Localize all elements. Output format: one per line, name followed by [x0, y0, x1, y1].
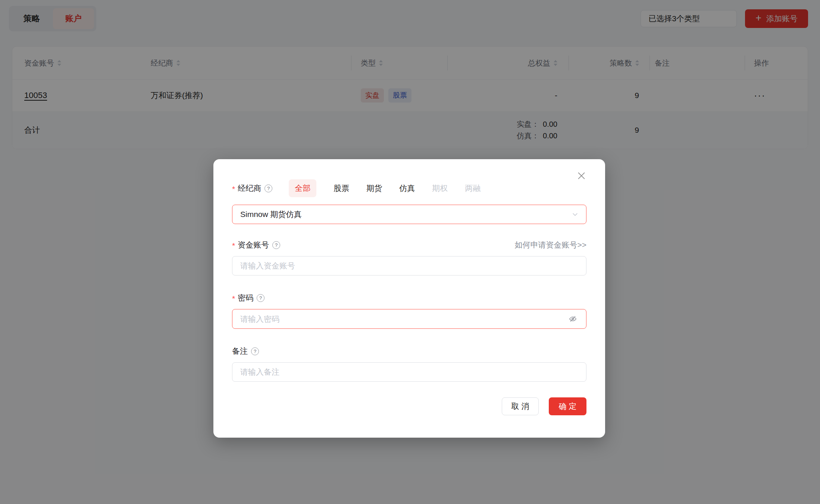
- broker-select[interactable]: Simnow 期货仿真: [232, 205, 586, 224]
- broker-field-row: * 经纪商 ? 全部 股票 期货 仿真 期权 两融: [232, 179, 586, 197]
- required-mark: *: [232, 294, 235, 303]
- question-circle-icon[interactable]: ?: [251, 347, 259, 355]
- eye-invisible-icon[interactable]: [567, 314, 578, 325]
- broker-tab-margin: 两融: [465, 183, 481, 193]
- close-icon[interactable]: [574, 168, 589, 183]
- apply-account-link[interactable]: 如何申请资金账号>>: [514, 240, 586, 250]
- broker-label: * 经纪商 ?: [232, 183, 272, 193]
- required-mark: *: [232, 241, 235, 250]
- password-field-label-row: * 密码 ?: [232, 292, 586, 304]
- remark-input[interactable]: [240, 368, 578, 377]
- required-mark: *: [232, 185, 235, 193]
- modal-footer: 取 消 确 定: [232, 397, 586, 415]
- cancel-button[interactable]: 取 消: [502, 397, 539, 415]
- broker-tab-stock[interactable]: 股票: [334, 183, 349, 193]
- broker-tab-options: 期权: [432, 183, 448, 193]
- password-input[interactable]: [240, 315, 567, 324]
- account-input[interactable]: [240, 261, 578, 270]
- remark-input-wrap: [232, 362, 586, 382]
- account-label: * 资金账号 ?: [232, 240, 280, 250]
- broker-tab-all[interactable]: 全部: [289, 179, 316, 197]
- app-root: 策略 账户 已选择3个类型 + 添加账号 资金账号 经纪商 类型: [0, 0, 820, 504]
- question-circle-icon[interactable]: ?: [272, 241, 280, 249]
- broker-tab-sim[interactable]: 仿真: [399, 183, 415, 193]
- broker-type-tabs: 全部 股票 期货 仿真 期权 两融: [289, 179, 481, 197]
- account-field-label-row: * 资金账号 ? 如何申请资金账号>>: [232, 239, 586, 251]
- remark-label: 备注 ?: [232, 346, 259, 356]
- confirm-button[interactable]: 确 定: [549, 397, 586, 415]
- add-account-modal: * 经纪商 ? 全部 股票 期货 仿真 期权 两融 Simnow 期货仿真 * …: [213, 159, 605, 438]
- remark-field-label-row: 备注 ?: [232, 345, 586, 357]
- account-input-wrap: [232, 256, 586, 275]
- password-input-wrap: [232, 309, 586, 329]
- question-circle-icon[interactable]: ?: [257, 294, 265, 302]
- chevron-down-icon: [572, 211, 578, 218]
- password-label: * 密码 ?: [232, 293, 265, 303]
- broker-select-value: Simnow 期货仿真: [240, 209, 302, 220]
- broker-tab-futures[interactable]: 期货: [366, 183, 382, 193]
- question-circle-icon[interactable]: ?: [265, 185, 272, 192]
